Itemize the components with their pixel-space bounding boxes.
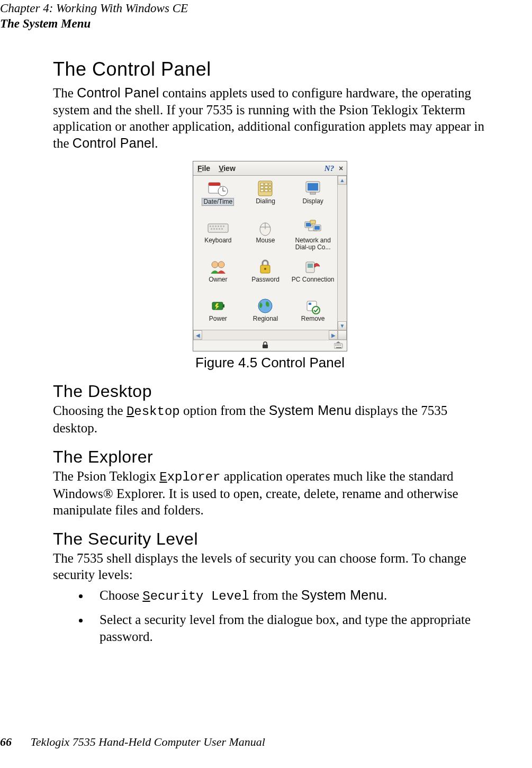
svg-rect-7: [265, 183, 268, 185]
ui-term-control-panel-2: Control Panel: [73, 135, 155, 150]
page-number: 66: [0, 735, 12, 748]
svg-rect-49: [309, 303, 311, 305]
footer-title: Teklogix 7535 Hand-Held Computer User Ma…: [31, 735, 265, 748]
svg-rect-8: [269, 183, 271, 185]
applet-regional[interactable]: Regional: [242, 295, 290, 330]
dialing-icon: [254, 179, 276, 198]
svg-rect-9: [260, 186, 264, 188]
applet-network[interactable]: Network and Dial-up Co...: [289, 217, 337, 256]
svg-rect-22: [218, 225, 219, 227]
heading-control-panel: The Control Panel: [53, 58, 487, 80]
svg-rect-23: [220, 225, 222, 227]
power-icon: [207, 296, 229, 315]
scroll-left-icon[interactable]: ◀: [193, 330, 202, 340]
mnemonic: E: [159, 470, 167, 484]
mono-explorer: Explorer: [159, 470, 220, 484]
page-footer: 66 Teklogix 7535 Hand-Held Computer User…: [0, 735, 265, 749]
svg-rect-43: [308, 264, 313, 268]
header-section: The System Menu: [0, 16, 188, 32]
applet-label: Dialing: [256, 198, 275, 205]
control-panel-grid-wrap: Date/Time: [193, 176, 338, 330]
applet-date-time[interactable]: Date/Time: [194, 178, 242, 217]
scrollbar-horizontal[interactable]: ◀ ▶: [193, 330, 347, 340]
pc-connection-icon: [302, 257, 324, 276]
scroll-down-icon[interactable]: ▼: [338, 321, 347, 330]
running-header: Chapter 4: Working With Windows CE The S…: [0, 1, 188, 32]
password-icon: [254, 257, 276, 276]
applet-label: Mouse: [256, 237, 275, 244]
svg-rect-55: [338, 345, 339, 346]
owner-icon: [207, 257, 229, 276]
list-item: Choose Security Level from the System Me…: [90, 586, 487, 605]
list-item: Select a security level from the dialogu…: [90, 611, 487, 645]
svg-point-38: [212, 261, 218, 268]
para-desktop: Choosing the Desktop option from the Sys…: [53, 402, 487, 437]
applet-label: Power: [209, 315, 227, 322]
svg-rect-6: [260, 183, 264, 185]
scroll-corner: [338, 330, 347, 340]
applet-pc-connection[interactable]: PC Connection: [289, 256, 337, 295]
scroll-up-icon[interactable]: ▲: [338, 176, 347, 185]
svg-rect-28: [219, 228, 220, 230]
header-chapter: Chapter 4: Working With Windows CE: [0, 1, 188, 16]
applet-label: Display: [302, 198, 323, 205]
svg-rect-27: [216, 228, 218, 230]
para-explorer: The Psion Teklogix Explorer application …: [53, 468, 487, 519]
applet-power[interactable]: Power: [194, 295, 242, 330]
page-content: The Control Panel The Control Panel cont…: [53, 58, 487, 652]
menu-file[interactable]: File: [193, 164, 214, 173]
mono-security-level: Security Level: [142, 589, 249, 603]
svg-rect-45: [223, 304, 224, 308]
svg-rect-10: [265, 186, 268, 188]
close-icon[interactable]: ×: [335, 164, 347, 173]
para-control-panel: The Control Panel contains applets used …: [53, 85, 487, 151]
text: ile: [202, 164, 211, 173]
heading-explorer: The Explorer: [53, 447, 487, 467]
applet-label: Regional: [253, 315, 278, 322]
figure-control-panel: File View N? ×: [53, 161, 487, 371]
mnemonic: F: [197, 164, 202, 173]
applet-label: Owner: [209, 276, 227, 283]
text: Choose: [100, 588, 142, 602]
svg-rect-12: [260, 189, 264, 192]
para-security: The 7535 shell displays the levels of se…: [53, 550, 487, 583]
applet-dialing[interactable]: Dialing: [242, 178, 290, 217]
text: The Psion Teklogix: [53, 469, 159, 483]
help-icon[interactable]: N?: [323, 164, 335, 173]
svg-rect-13: [265, 189, 268, 192]
svg-point-41: [264, 268, 266, 270]
scroll-right-icon[interactable]: ▶: [329, 330, 338, 340]
sip-icon[interactable]: [334, 341, 344, 350]
text: ecurity Level: [150, 589, 249, 603]
mono-desktop: Desktop: [127, 404, 180, 419]
svg-point-50: [312, 306, 320, 314]
status-bar: [193, 340, 347, 351]
text: .: [155, 136, 158, 150]
regional-icon: [254, 296, 276, 315]
text: Choosing the: [53, 403, 127, 418]
applet-mouse[interactable]: Mouse: [242, 217, 290, 256]
network-icon: [302, 218, 324, 237]
svg-point-39: [218, 261, 224, 268]
svg-rect-29: [221, 228, 223, 230]
svg-rect-36: [314, 226, 320, 230]
scrollbar-vertical[interactable]: ▲ ▼: [337, 176, 347, 330]
applet-display[interactable]: Display: [289, 178, 337, 217]
applet-password[interactable]: Password: [242, 256, 290, 295]
menu-view[interactable]: View: [214, 164, 240, 173]
applet-remove[interactable]: Remove: [289, 295, 337, 330]
heading-security-level: The Security Level: [53, 529, 487, 549]
applet-keyboard[interactable]: Keyboard: [194, 217, 242, 256]
svg-rect-53: [335, 345, 336, 346]
text: N?: [324, 164, 334, 173]
svg-rect-26: [213, 228, 215, 230]
applet-owner[interactable]: Owner: [194, 256, 242, 295]
applet-label: Keyboard: [204, 237, 231, 244]
date-time-icon: [207, 179, 229, 198]
svg-rect-54: [337, 345, 338, 346]
applet-label: PC Connection: [292, 276, 335, 283]
text: iew: [223, 164, 236, 173]
text: .: [384, 588, 387, 602]
svg-rect-51: [263, 345, 268, 348]
ui-term-system-menu-2: System Menu: [301, 588, 384, 602]
